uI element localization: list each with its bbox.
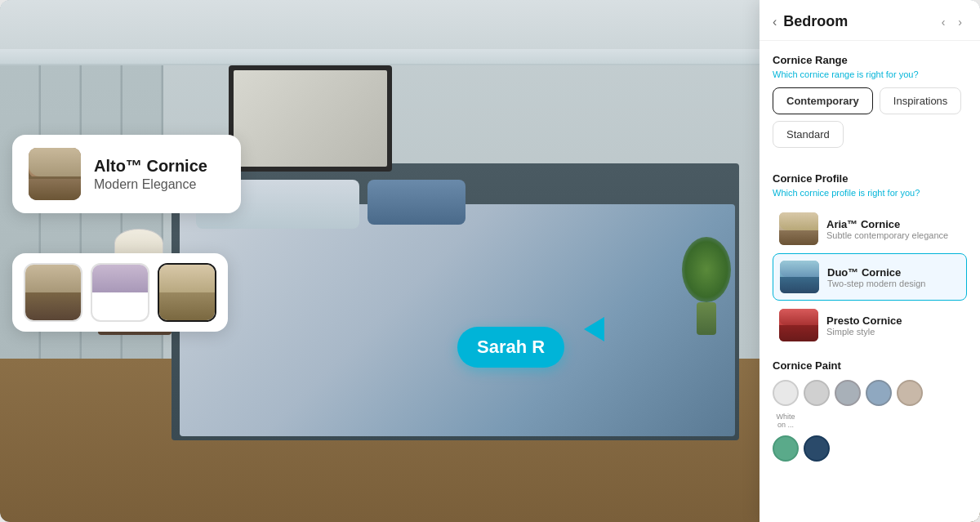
profile-desc-presto: Simple style xyxy=(826,327,960,337)
back-button[interactable]: ‹ xyxy=(773,15,777,29)
swatch-3[interactable] xyxy=(158,263,216,322)
plant xyxy=(682,221,731,335)
user-badge: Sarah R xyxy=(457,327,564,368)
paint-color-grey[interactable] xyxy=(835,380,861,406)
range-btn-contemporary[interactable]: Contemporary xyxy=(773,87,873,114)
profile-thumb-duo xyxy=(780,261,819,293)
product-card-text: Alto™ Cornice Modern Elegance xyxy=(94,156,207,192)
bedding xyxy=(180,204,735,436)
arrow-pointer xyxy=(584,317,604,341)
paint-label-4 xyxy=(866,413,892,429)
paint-label-5 xyxy=(897,413,923,429)
cornice-range-label: Cornice Range xyxy=(773,54,967,66)
paint-color-white[interactable] xyxy=(773,380,799,406)
profile-item-duo[interactable]: Duo™ Cornice Two-step modern design xyxy=(773,253,967,301)
product-card-image xyxy=(29,148,81,200)
paint-label-2 xyxy=(804,413,830,429)
range-btn-standard[interactable]: Standard xyxy=(773,121,844,148)
paint-labels-row-1: White on ... xyxy=(773,413,967,429)
profile-name-duo: Duo™ Cornice xyxy=(827,266,960,279)
picture-frame xyxy=(229,65,392,172)
panel-nav-arrows: ‹ › xyxy=(937,14,967,30)
cornice-range-section: Cornice Range Which cornice range is rig… xyxy=(760,41,980,148)
range-btn-inspirations[interactable]: Inspirations xyxy=(880,87,961,114)
profile-item-presto[interactable]: Presto Cornice Simple style xyxy=(773,302,967,348)
product-card: Alto™ Cornice Modern Elegance xyxy=(12,135,241,213)
cornice-profile-link[interactable]: Which cornice profile is right for you? xyxy=(773,188,967,198)
paint-label-3 xyxy=(835,413,861,429)
swatches-row xyxy=(12,253,228,332)
paint-color-light-grey[interactable] xyxy=(804,380,830,406)
profile-info-duo: Duo™ Cornice Two-step modern design xyxy=(827,266,960,288)
cornice-profile-section: Cornice Profile Which cornice profile is… xyxy=(760,159,980,348)
main-container: Alto™ Cornice Modern Elegance Sarah R xyxy=(0,0,980,522)
paint-label-white: White on ... xyxy=(773,413,799,429)
cornice-range-link[interactable]: Which cornice range is right for you? xyxy=(773,69,967,79)
product-subtitle: Modern Elegance xyxy=(94,177,207,192)
right-panel: ‹ Bedroom ‹ › Cornice Range Which cornic… xyxy=(760,0,980,522)
paint-color-beige[interactable] xyxy=(897,380,923,406)
profile-desc-aria: Subtle contemporary elegance xyxy=(826,230,960,240)
pillow-blue xyxy=(368,180,466,225)
user-badge-label: Sarah R xyxy=(477,337,545,357)
profile-item-aria[interactable]: Aria™ Cornice Subtle contemporary elegan… xyxy=(773,206,967,252)
nav-next-button[interactable]: › xyxy=(953,14,967,30)
nav-prev-button[interactable]: ‹ xyxy=(937,14,951,30)
swatch-2[interactable] xyxy=(91,263,149,322)
profile-info-aria: Aria™ Cornice Subtle contemporary elegan… xyxy=(826,218,960,240)
cornice-paint-section: Cornice Paint White on ... xyxy=(760,350,980,478)
range-buttons: Contemporary Inspirations Standard xyxy=(773,87,967,148)
cornice-profiles: Aria™ Cornice Subtle contemporary elegan… xyxy=(773,206,967,348)
profile-thumb-presto xyxy=(779,309,818,341)
swatch-1[interactable] xyxy=(24,263,82,322)
profile-name-presto: Presto Cornice xyxy=(826,315,960,327)
panel-title: Bedroom xyxy=(783,13,848,30)
paint-label: Cornice Paint xyxy=(773,359,967,372)
paint-color-navy[interactable] xyxy=(804,435,830,462)
panel-header-left: ‹ Bedroom xyxy=(773,13,848,30)
profile-thumb-aria xyxy=(779,212,818,245)
profile-info-presto: Presto Cornice Simple style xyxy=(826,315,960,337)
panel-header: ‹ Bedroom ‹ › xyxy=(760,0,980,41)
paint-color-teal[interactable] xyxy=(773,435,799,462)
profile-desc-duo: Two-step modern design xyxy=(827,279,960,288)
paint-color-blue-grey[interactable] xyxy=(866,380,892,406)
profile-name-aria: Aria™ Cornice xyxy=(826,218,960,230)
cornice-profile-label: Cornice Profile xyxy=(773,172,967,185)
paint-colors-row-1 xyxy=(773,380,967,406)
product-name: Alto™ Cornice xyxy=(94,156,207,176)
paint-colors-row-2 xyxy=(773,435,967,462)
